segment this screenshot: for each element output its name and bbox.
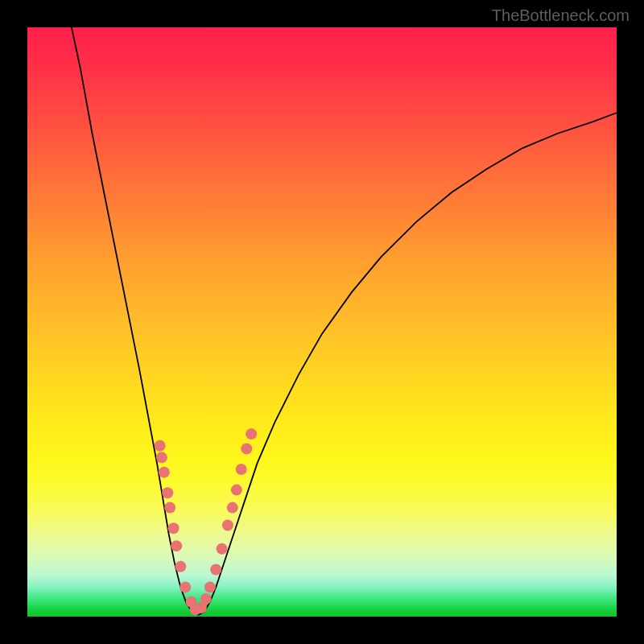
data-marker	[231, 485, 242, 496]
bottleneck-curve	[72, 27, 617, 615]
data-marker	[217, 543, 228, 555]
watermark-text: TheBottleneck.com	[492, 6, 630, 25]
data-marker	[155, 440, 166, 452]
data-marker	[180, 581, 191, 592]
data-marker	[210, 564, 221, 575]
chart-svg	[27, 27, 617, 617]
data-marker	[171, 540, 182, 551]
data-marker	[236, 464, 247, 475]
chart-area	[27, 27, 617, 617]
data-marker	[204, 581, 216, 592]
data-marker	[222, 520, 233, 531]
data-marker	[162, 487, 173, 498]
data-marker	[200, 593, 212, 605]
data-markers	[155, 428, 257, 615]
data-marker	[159, 467, 170, 478]
data-marker	[241, 443, 252, 454]
data-marker	[246, 428, 257, 440]
data-marker	[164, 502, 175, 514]
data-marker	[156, 452, 167, 463]
data-marker	[227, 502, 238, 514]
data-marker	[175, 561, 186, 572]
data-marker	[168, 522, 180, 534]
